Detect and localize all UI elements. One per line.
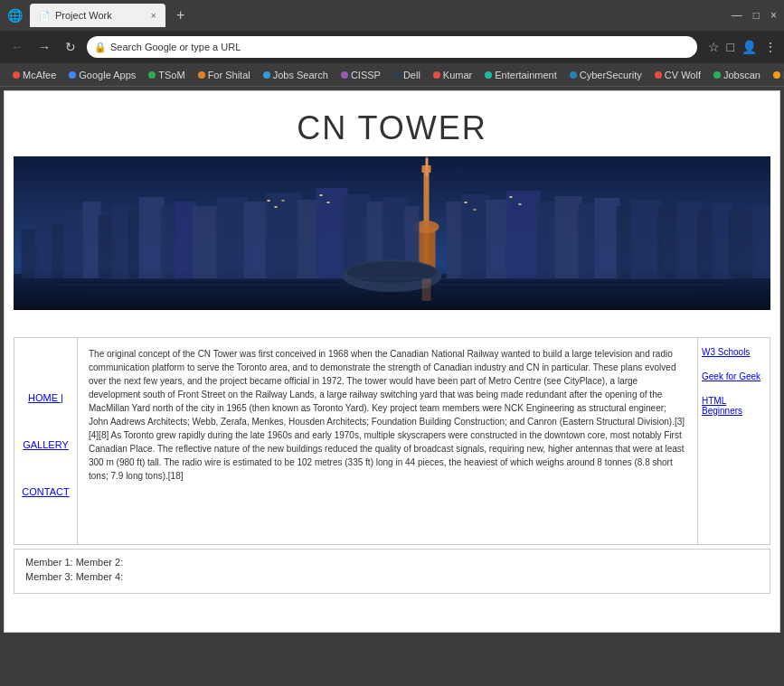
svg-rect-43 xyxy=(729,211,756,278)
bookmark-label: Jobs Search xyxy=(273,70,328,80)
svg-rect-53 xyxy=(474,209,477,211)
svg-rect-49 xyxy=(282,200,285,202)
bookmark-icon xyxy=(148,71,156,79)
bookmark-tsom[interactable]: TSoM xyxy=(143,68,190,82)
nav-link-contact[interactable]: CONTACT xyxy=(22,486,69,497)
member3-label: Member 3: xyxy=(25,571,73,582)
svg-rect-19 xyxy=(194,206,221,278)
svg-rect-51 xyxy=(327,202,330,203)
window-controls: — □ × xyxy=(732,9,777,22)
main-content-text: The original concept of the CN Tower was… xyxy=(78,338,697,544)
bookmark-kumar[interactable]: Kumar xyxy=(428,68,477,82)
url-text: Search Google or type a URL xyxy=(110,42,690,52)
nav-link-gallery[interactable]: GALLERY xyxy=(23,439,69,450)
bookmark-label: Entertainment xyxy=(495,70,556,80)
main-layout: HOME | GALLERY CONTACT The original conc… xyxy=(14,337,770,545)
address-bar-icons: ☆ □ 👤 ⋮ xyxy=(708,40,777,54)
extensions-icon[interactable]: □ xyxy=(727,40,734,54)
new-tab-button[interactable]: + xyxy=(176,7,184,23)
bookmark-entertainment[interactable]: Entertainment xyxy=(479,68,562,82)
svg-rect-48 xyxy=(275,206,278,208)
member1-value: Member 2: xyxy=(76,557,124,568)
bookmark-icon xyxy=(713,71,721,79)
bookmark-icon xyxy=(433,71,440,79)
bookmark-jobs-search[interactable]: Jobs Search xyxy=(258,68,334,82)
svg-rect-24 xyxy=(316,188,348,278)
security-icon: 🔒 xyxy=(94,42,107,53)
bookmark-icon xyxy=(485,71,492,79)
profile-icon[interactable]: 👤 xyxy=(741,40,757,54)
bookmark-star-icon[interactable]: ☆ xyxy=(708,40,720,54)
bookmark-label: CyberSecurity xyxy=(580,70,642,80)
bookmark-icon xyxy=(13,71,20,79)
svg-rect-38 xyxy=(631,200,663,278)
bookmark-icon xyxy=(341,71,348,79)
nav-link-home[interactable]: HOME | xyxy=(28,392,63,403)
svg-rect-34 xyxy=(555,196,582,278)
bookmark-label: McAfee xyxy=(23,70,56,80)
hero-image xyxy=(14,156,770,310)
forward-button[interactable]: → xyxy=(34,38,54,56)
bookmark-icon xyxy=(69,71,76,79)
member3-value: Member 4: xyxy=(76,571,124,582)
bookmark-icon xyxy=(570,71,577,79)
bookmark-icon xyxy=(655,71,662,79)
bookmark-icon xyxy=(393,71,401,79)
svg-rect-21 xyxy=(244,202,269,278)
body-paragraph: The original concept of the CN Tower was… xyxy=(89,347,686,483)
page-title: CN TOWER xyxy=(5,109,779,147)
title-bar: 🌐 📄 Project Work × + — □ × xyxy=(0,0,784,31)
bookmark-dell[interactable]: Dell xyxy=(388,68,426,82)
close-button[interactable]: × xyxy=(770,9,777,22)
bookmark-icon xyxy=(198,71,205,79)
page-footer: Member 1: Member 2: Member 3: Member 4: xyxy=(14,549,770,594)
bookmarks-bar: McAfee Google Apps TSoM For Shital Jobs … xyxy=(0,63,784,87)
sidebar-link-w3schools[interactable]: W3 Schools xyxy=(702,347,766,357)
svg-rect-5 xyxy=(63,211,86,278)
svg-rect-10 xyxy=(139,197,165,278)
footer-row-2: Member 3: Member 4: xyxy=(25,571,759,582)
svg-rect-56 xyxy=(422,278,431,301)
maximize-button[interactable]: □ xyxy=(753,9,760,22)
sidebar-link-geek[interactable]: Geek for Geek xyxy=(702,371,766,381)
url-bar[interactable]: 🔒 Search Google or type a URL xyxy=(87,36,697,58)
bookmark-label: Dell xyxy=(403,70,420,80)
svg-rect-22 xyxy=(266,193,302,278)
bookmark-label: TSoM xyxy=(158,70,184,80)
svg-rect-30 xyxy=(461,194,490,278)
svg-rect-54 xyxy=(510,196,513,198)
bookmark-mcafee[interactable]: McAfee xyxy=(7,68,61,82)
bookmark-google-apps[interactable]: Google Apps xyxy=(63,68,141,82)
minimize-button[interactable]: — xyxy=(732,9,742,22)
menu-icon[interactable]: ⋮ xyxy=(764,40,777,54)
svg-rect-52 xyxy=(465,202,468,203)
bookmark-label: For Shital xyxy=(208,70,250,80)
bookmark-for-shital[interactable]: For Shital xyxy=(193,68,256,82)
back-button[interactable]: ← xyxy=(7,38,27,56)
page-content: CN TOWER xyxy=(4,90,780,633)
bookmark-cissp[interactable]: CISSP xyxy=(335,68,386,82)
right-sidebar: W3 Schools Geek for Geek HTML Beginners xyxy=(697,338,770,544)
tab-label: Project Work xyxy=(55,10,112,21)
bookmark-dns-clear[interactable]: DNS Clear xyxy=(768,68,784,82)
bookmark-label: Jobscan xyxy=(723,70,760,80)
city-skyline-svg xyxy=(14,156,770,310)
svg-rect-47 xyxy=(268,200,270,202)
refresh-button[interactable]: ↻ xyxy=(61,38,80,56)
svg-rect-50 xyxy=(320,194,323,196)
svg-rect-32 xyxy=(506,191,541,278)
svg-rect-3 xyxy=(35,220,55,278)
svg-rect-20 xyxy=(217,197,249,278)
bookmark-label: CISSP xyxy=(351,70,381,80)
tab-favicon-icon: 📄 xyxy=(39,11,50,21)
bookmark-cybersecurity[interactable]: CyberSecurity xyxy=(564,68,647,82)
bookmark-icon xyxy=(263,71,270,79)
svg-rect-55 xyxy=(519,203,522,205)
bookmark-cv-wolf[interactable]: CV Wolf xyxy=(649,68,706,82)
bookmark-jobscan[interactable]: Jobscan xyxy=(708,68,766,82)
spacer xyxy=(5,310,779,337)
address-bar: ← → ↻ 🔒 Search Google or type a URL ☆ □ … xyxy=(0,31,784,63)
active-tab[interactable]: 📄 Project Work × xyxy=(30,4,165,27)
sidebar-link-html[interactable]: HTML Beginners xyxy=(702,396,766,416)
tab-close-button[interactable]: × xyxy=(151,10,156,21)
